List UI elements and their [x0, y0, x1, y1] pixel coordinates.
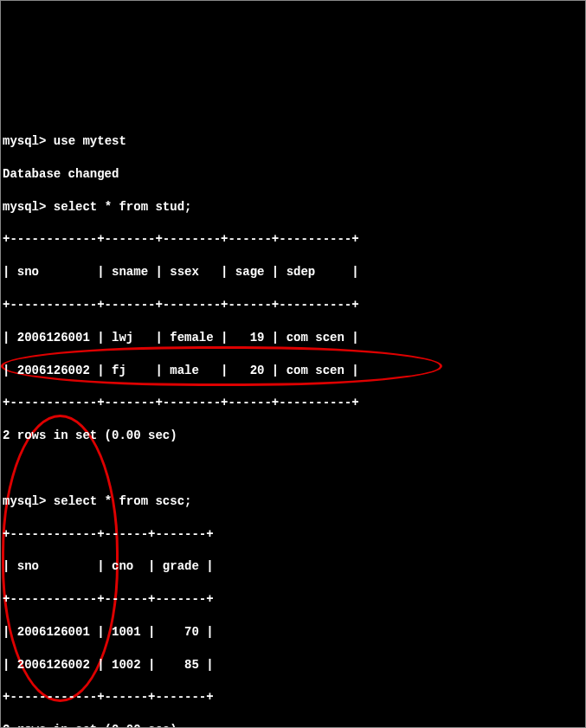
terminal-output[interactable]: mysql> use mytest Database changed mysql… [3, 117, 583, 728]
table-row: | 2006126001 | lwj | female | 19 | com s… [3, 330, 583, 346]
table-row: | 2006126002 | fj | male | 20 | com scen… [3, 363, 583, 379]
cmd-select-stud: mysql> select * from stud; [3, 199, 583, 216]
table-row: | 2006126002 | 1002 | 85 | [3, 657, 583, 673]
msg-db-changed: Database changed [3, 166, 583, 183]
table-border: +------------+-------+--------+------+--… [3, 395, 583, 411]
msg-rows-in-set: 2 rows in set (0.00 sec) [3, 722, 583, 728]
table-border: +------------+-------+--------+------+--… [3, 231, 583, 248]
table-border: +------------+------+-------+ [3, 526, 583, 543]
table-row: | 2006126001 | 1001 | 70 | [3, 624, 583, 641]
msg-rows-in-set: 2 rows in set (0.00 sec) [3, 428, 583, 444]
table-border: +------------+------+-------+ [3, 591, 583, 608]
table-border: +------------+------+-------+ [3, 689, 583, 705]
table-border: +------------+-------+--------+------+--… [3, 297, 583, 313]
table-header: | sno | sname | ssex | sage | sdep | [3, 264, 583, 280]
cmd-select-scsc: mysql> select * from scsc; [3, 493, 583, 510]
table-header: | sno | cno | grade | [3, 558, 583, 575]
cmd-use-db: mysql> use mytest [3, 133, 583, 150]
